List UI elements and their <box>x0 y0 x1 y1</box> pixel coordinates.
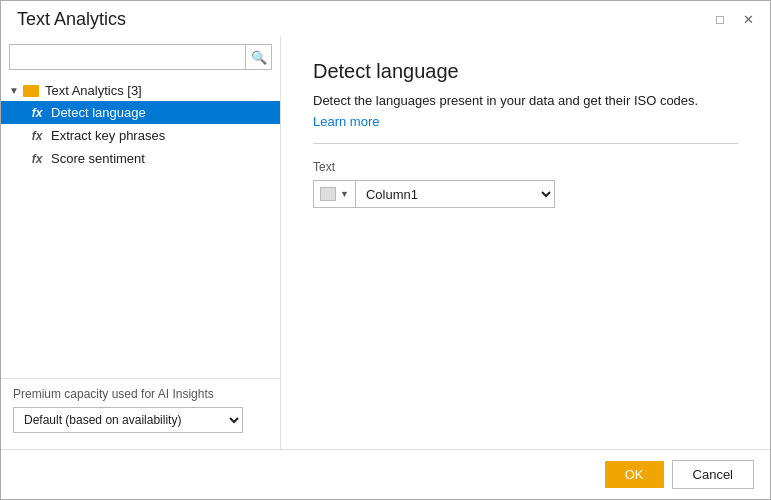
main-content: 🔍 ▼ Text Analytics [3] fx Detect languag… <box>1 36 770 449</box>
fx-icon-2: fx <box>29 129 45 143</box>
right-panel-description: Detect the languages present in your dat… <box>313 93 738 108</box>
text-field-label: Text <box>313 160 738 174</box>
tree-section: ▼ Text Analytics [3] fx Detect language … <box>1 78 280 378</box>
learn-more-link[interactable]: Learn more <box>313 114 738 129</box>
search-button[interactable]: 🔍 <box>245 45 271 69</box>
folder-icon <box>23 85 39 97</box>
field-row: ▼ Column1 <box>313 180 738 208</box>
capacity-select[interactable]: Default (based on availability) <box>13 407 243 433</box>
tree-group-label: Text Analytics [3] <box>45 83 142 98</box>
sidebar-item-extract-key-phrases[interactable]: fx Extract key phrases <box>1 124 280 147</box>
titlebar: Text Analytics □ ✕ <box>1 1 770 36</box>
close-button[interactable]: ✕ <box>738 10 758 30</box>
search-input[interactable] <box>10 46 245 69</box>
sidebar-item-score-sentiment[interactable]: fx Score sentiment <box>1 147 280 170</box>
minimize-button[interactable]: □ <box>710 10 730 30</box>
right-panel: Detect language Detect the languages pre… <box>281 36 770 449</box>
sidebar-item-detect-language[interactable]: fx Detect language <box>1 101 280 124</box>
search-icon: 🔍 <box>251 50 267 65</box>
dialog-title: Text Analytics <box>17 9 126 30</box>
dialog-footer: OK Cancel <box>1 449 770 499</box>
tree-group: ▼ Text Analytics [3] fx Detect language … <box>1 78 280 172</box>
left-footer: Premium capacity used for AI Insights De… <box>1 378 280 441</box>
titlebar-controls: □ ✕ <box>710 10 758 30</box>
ok-button[interactable]: OK <box>605 461 664 488</box>
right-panel-title: Detect language <box>313 60 738 83</box>
right-spacer <box>313 208 738 425</box>
dialog: Text Analytics □ ✕ 🔍 ▼ Text Analytics [3… <box>0 0 771 500</box>
column-select[interactable]: Column1 <box>355 180 555 208</box>
sidebar-item-label-1: Detect language <box>51 105 146 120</box>
tree-group-header[interactable]: ▼ Text Analytics [3] <box>1 80 280 101</box>
column-type-icon <box>320 187 336 201</box>
premium-label: Premium capacity used for AI Insights <box>13 387 268 401</box>
left-panel: 🔍 ▼ Text Analytics [3] fx Detect languag… <box>1 36 281 449</box>
fx-icon-3: fx <box>29 152 45 166</box>
search-bar: 🔍 <box>9 44 272 70</box>
divider <box>313 143 738 144</box>
sidebar-item-label-3: Score sentiment <box>51 151 145 166</box>
fx-icon-1: fx <box>29 106 45 120</box>
sidebar-item-label-2: Extract key phrases <box>51 128 165 143</box>
chevron-down-icon: ▼ <box>9 85 19 96</box>
cancel-button[interactable]: Cancel <box>672 460 754 489</box>
chevron-down-icon-field: ▼ <box>340 189 349 199</box>
field-type-button[interactable]: ▼ <box>313 180 355 208</box>
